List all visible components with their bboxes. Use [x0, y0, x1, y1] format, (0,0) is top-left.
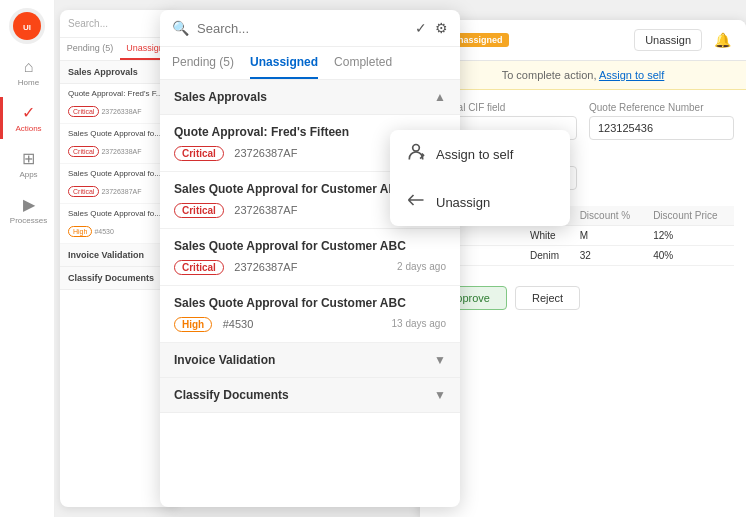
col-header-discount: Discount %: [572, 206, 645, 226]
chevron-down-icon: ▼: [434, 353, 446, 367]
context-menu: Assign to self Unassign: [390, 130, 570, 226]
task-meta: High #4530 13 days ago: [174, 314, 446, 332]
sidebar-home-label: Home: [18, 78, 39, 87]
tab-pending[interactable]: Pending (5): [172, 47, 234, 79]
cell-disc1: 12%: [645, 226, 734, 246]
sidebar-item-home[interactable]: ⌂ Home: [0, 52, 54, 93]
bell-icon: 🔔: [714, 32, 731, 48]
section-title-sales: Sales Approvals: [174, 90, 267, 104]
action-buttons: Approve Reject: [420, 278, 746, 318]
svg-text:UI: UI: [23, 23, 31, 32]
quote-ref-input[interactable]: [589, 116, 734, 140]
task-detail-panel: # Unassigned Unassign 🔔 To complete acti…: [420, 20, 746, 517]
tab-unassigned[interactable]: Unassigned: [250, 47, 318, 79]
banner-text: To complete action,: [502, 69, 597, 81]
actions-icon: ✓: [22, 103, 35, 122]
unassign-menu-label: Unassign: [436, 195, 490, 210]
tab-completed[interactable]: Completed: [334, 47, 392, 79]
sidebar: UI ⌂ Home ✓ Actions ⊞ Apps ▶ Processes: [0, 0, 55, 517]
high-badge: High: [174, 317, 212, 332]
unassign-icon: [406, 190, 426, 214]
quote-ref-label: Quote Reference Number: [589, 102, 734, 113]
quote-ref-field: Quote Reference Number: [589, 102, 734, 140]
search-bar: 🔍 ✓ ⚙: [160, 10, 460, 47]
badge-high: High: [68, 226, 92, 237]
section-header-invoice[interactable]: Invoice Validation ▼: [160, 343, 460, 378]
list-item[interactable]: Sales Quote Approval for Customer ABC Cr…: [160, 229, 460, 286]
sidebar-apps-label: Apps: [19, 170, 37, 179]
task-id: #4530: [223, 318, 254, 330]
assign-self-link[interactable]: Assign to self: [599, 69, 664, 81]
svg-point-2: [413, 145, 420, 152]
task-id: 23726387AF: [234, 147, 297, 159]
sidebar-item-actions[interactable]: ✓ Actions: [0, 97, 54, 139]
narrow-tab-pending[interactable]: Pending (5): [60, 38, 120, 60]
home-icon: ⌂: [24, 58, 34, 76]
task-id: 23726387AF: [234, 204, 297, 216]
sidebar-processes-label: Processes: [10, 216, 47, 225]
task-detail-actions: Unassign 🔔: [634, 28, 734, 52]
cell-size1: M: [572, 226, 645, 246]
section-title-invoice: Invoice Validation: [174, 353, 275, 367]
sidebar-item-apps[interactable]: ⊞ Apps: [0, 143, 54, 185]
app-logo: UI: [9, 8, 45, 44]
person-icon: [406, 142, 426, 166]
checkmark-icon[interactable]: ✓: [415, 20, 427, 36]
task-title: Sales Quote Approval for Customer ABC: [174, 239, 446, 253]
task-time: 2 days ago: [397, 261, 446, 272]
list-item[interactable]: Sales Quote Approval for Customer ABC Hi…: [160, 286, 460, 343]
cell-color2: Denim: [522, 246, 572, 266]
tabs-bar: Pending (5) Unassigned Completed: [160, 47, 460, 80]
unassign-button[interactable]: Unassign: [634, 29, 702, 51]
task-meta: Critical 23726387AF 2 days ago: [174, 257, 446, 275]
unassign-label: Unassign: [645, 34, 691, 46]
header-icons: ✓ ⚙: [415, 20, 448, 36]
sidebar-actions-label: Actions: [15, 124, 41, 133]
search-icon: 🔍: [172, 20, 189, 36]
apps-icon: ⊞: [22, 149, 35, 168]
task-title: Sales Quote Approval for Customer ABC: [174, 296, 446, 310]
col-header-discount-price: Discount Price: [645, 206, 734, 226]
table-row: 20 Denim 32 40%: [432, 246, 734, 266]
unassign-menu-item[interactable]: Unassign: [390, 178, 570, 226]
task-detail-header: # Unassigned Unassign 🔔: [420, 20, 746, 61]
critical-badge: Critical: [174, 260, 224, 275]
critical-badge: Critical: [174, 203, 224, 218]
chevron-up-icon: ▲: [434, 90, 446, 104]
sidebar-item-processes[interactable]: ▶ Processes: [0, 189, 54, 231]
section-header-classify[interactable]: Classify Documents ▼: [160, 378, 460, 413]
assign-banner: To complete action, Assign to self: [420, 61, 746, 90]
assign-to-self-menu-item[interactable]: Assign to self: [390, 130, 570, 178]
chevron-down-icon: ▼: [434, 388, 446, 402]
sidebar-nav: ⌂ Home ✓ Actions ⊞ Apps ▶ Processes: [0, 52, 54, 231]
badge-critical: Critical: [68, 146, 99, 157]
section-header-sales[interactable]: Sales Approvals ▲: [160, 80, 460, 115]
main-panel: 🔍 ✓ ⚙ Pending (5) Unassigned Completed S…: [160, 10, 460, 507]
critical-badge: Critical: [174, 146, 224, 161]
badge-critical: Critical: [68, 106, 99, 117]
cell-disc2: 40%: [645, 246, 734, 266]
task-id: 23726387AF: [234, 261, 297, 273]
reject-button[interactable]: Reject: [515, 286, 580, 310]
processes-icon: ▶: [23, 195, 35, 214]
notification-button[interactable]: 🔔: [710, 28, 734, 52]
badge-critical: Critical: [68, 186, 99, 197]
section-title-classify: Classify Documents: [174, 388, 289, 402]
filter-icon[interactable]: ⚙: [435, 20, 448, 36]
cell-size2: 32: [572, 246, 645, 266]
table-row: 25 White M 12%: [432, 226, 734, 246]
cell-color1: White: [522, 226, 572, 246]
search-input[interactable]: [197, 21, 407, 36]
task-time: 13 days ago: [392, 318, 447, 329]
assign-to-self-label: Assign to self: [436, 147, 513, 162]
